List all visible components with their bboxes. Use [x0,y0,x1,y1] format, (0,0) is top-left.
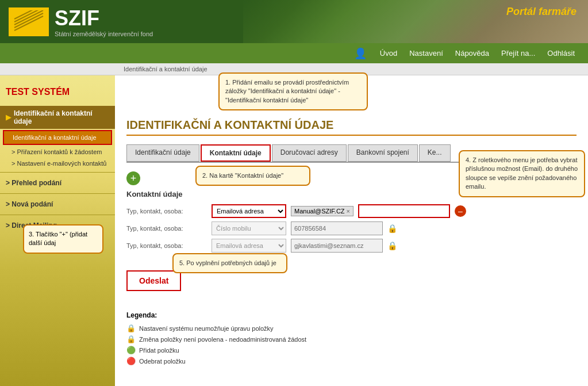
callout-5-text: 5. Po vyplnění potřebných údajů je [179,259,276,266]
nav-odhlasit[interactable]: Odhlásit [543,49,579,58]
nav-prejit[interactable]: Přejít na... [497,49,540,58]
callout-3-text: 3. Tlačítko "+" (přidat další údaj [29,231,87,246]
remove-button-1[interactable]: – [455,205,466,217]
user-icon: 👤 [354,47,367,60]
tab-dorucovaci[interactable]: Doručovací adresy [272,144,347,162]
form-input-2 [291,221,383,235]
callout-4-text: 4. Z roletkového menu je potřeba vybrat … [466,156,578,190]
form-select-1[interactable]: Emailová adresa [212,204,286,218]
nav-uvod[interactable]: Úvod [375,49,402,58]
page-title: IDENTIFIKAČNÍ A KONTAKTNÍ ÚDAJE [126,119,577,136]
navbar: 👤 Úvod Nastavení Nápověda Přejít na... O… [0,43,588,63]
logo: SZIF Státní zemědělský intervenční fond [9,6,153,37]
header: SZIF Státní zemědělský intervenční fond … [0,0,588,43]
plus-button[interactable]: + [126,171,140,185]
navbar-right: 👤 Úvod Nastavení Nápověda Přejít na... O… [354,47,579,60]
callout-2-text: 2. Na kartě "Kontaktní údaje" [202,172,283,179]
logo-subtitle: Státní zemědělský intervenční fond [55,30,153,37]
form-label-2: Typ, kontakt, osoba: [126,225,207,232]
nav-nastaveni[interactable]: Nastavení [405,49,448,58]
portal-label: Portál farmáře [506,6,577,18]
logo-szif: SZIF [55,6,153,30]
form-label-1: Typ, kontakt, osoba: [126,208,207,215]
sidebar-item-prehled[interactable]: Přehled podání [0,175,115,190]
tabs: Identifikační údaje Kontaktní údaje Doru… [126,144,577,163]
legend-title: Legenda: [126,311,577,319]
form-row-3: Typ, kontakt, osoba: Emailová adresa 🔒 [126,239,577,253]
callout-5: 5. Po vyplnění potřebných údajů je [172,253,287,273]
logo-yellow-box [9,7,49,36]
logo-text: SZIF Státní zemědělský intervenční fond [55,6,153,37]
legend-text-2: Přidat položku [139,347,179,354]
legend-icon-0: 🔒 [126,324,136,333]
form-input-1[interactable] [358,204,450,218]
legend-icon-1: 🔒 [126,335,136,343]
callout-3: 3. Tlačítko "+" (přidat další údaj [23,224,103,254]
legend-icon-2: 🟢 [126,346,136,354]
form-row-1: Typ, kontakt, osoba: Emailová adresa Man… [126,204,577,218]
email-tag: Manual@SZIF.CZ × [291,206,353,216]
email-tag-value: Manual@SZIF.CZ [294,208,345,215]
sidebar-item-nova[interactable]: Nová podání [0,197,115,212]
tab-ke[interactable]: Ke... [419,144,451,162]
sidebar-item-identifikacni-main[interactable]: ▶ Identifikační a kontaktní údaje [0,106,115,129]
form-select-3: Emailová adresa [212,239,286,253]
legend: Legenda: 🔒 Nastavení systému neumožňuje … [126,311,577,365]
tag-remove-icon[interactable]: × [347,208,350,215]
callout-4: 4. Z roletkového menu je potřeba vybrat … [459,150,585,197]
sidebar-item-nastaveni-email[interactable]: Nastavení e-mailových kontaktů [0,158,115,169]
sidebar-item-prirazeni[interactable]: Přiřazení kontaktů k žádostem [0,146,115,158]
legend-item-2: 🟢 Přidat položku [126,346,577,354]
legend-item-0: 🔒 Nastavení systému neumožňuje úpravu po… [126,324,577,333]
legend-text-3: Odebrat položku [139,358,186,365]
legend-item-3: 🔴 Odebrat položku [126,357,577,365]
legend-item-1: 🔒 Změna položky není povolena - nedoadmi… [126,335,577,343]
divider-1 [0,172,115,173]
submit-button[interactable]: Odeslat [126,270,181,291]
lock-icon-2: 🔒 [387,224,397,233]
callout-1-text: 1. Přidání emailu se provádí prostřednic… [225,79,349,104]
form-select-2: Číslo mobilu [212,221,286,235]
divider-3 [0,215,115,215]
arrow-icon: ▶ [6,113,11,121]
legend-icon-3: 🔴 [126,357,136,365]
nav-napoveda[interactable]: Nápověda [451,49,494,58]
content-area: 1. Přidání emailu se provádí prostřednic… [115,75,588,386]
legend-text-0: Nastavení systému neumožňuje úpravu polo… [139,325,274,332]
sidebar-item-main-label: Identifikační a kontaktní údaje [14,109,109,125]
sidebar-item-identifikacni-sub[interactable]: Identifikační a kontaktní údaje [3,130,112,145]
callout-1: 1. Přidání emailu se provádí prostřednic… [218,72,368,110]
callout-2: 2. Na kartě "Kontaktní údaje" [195,166,310,186]
sidebar-section-identifikacni: ▶ Identifikační a kontaktní údaje Identi… [0,106,115,169]
form-label-3: Typ, kontakt, osoba: [126,242,207,249]
divider-2 [0,193,115,194]
tab-bankovni[interactable]: Bankovní spojení [348,144,418,162]
tab-identifikacni[interactable]: Identifikační údaje [126,144,199,162]
tab-kontaktni[interactable]: Kontaktní údaje [201,144,271,162]
form-input-3 [291,239,383,253]
form-row-2: Typ, kontakt, osoba: Číslo mobilu 🔒 [126,221,577,235]
lock-icon-3: 🔒 [387,241,397,250]
legend-text-1: Změna položky není povolena - nedoadmini… [139,336,306,343]
test-system-label: TEST SYSTÉM [0,81,115,106]
